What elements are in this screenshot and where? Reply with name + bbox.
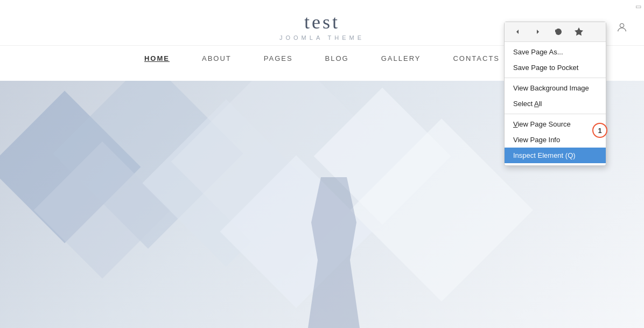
menu-save-page-pocket[interactable]: Save Page to Pocket: [505, 60, 606, 75]
context-menu-toolbar: [505, 22, 606, 42]
menu-view-page-source[interactable]: View Page Source: [505, 116, 606, 132]
annotation-number: 1: [592, 123, 607, 138]
menu-save-page-as[interactable]: Save Page As...: [505, 44, 606, 60]
nav-about[interactable]: ABOUT: [202, 54, 232, 62]
menu-divider-1: [505, 78, 606, 78]
menu-view-page-info[interactable]: View Page Info: [505, 132, 606, 148]
menu-view-bg-image[interactable]: View Background Image: [505, 80, 606, 96]
nav-pages[interactable]: PAGES: [264, 54, 293, 62]
menu-divider-2: [505, 114, 606, 114]
bookmark-button[interactable]: [572, 26, 585, 37]
nav-blog[interactable]: BLOG: [325, 54, 349, 62]
svg-point-0: [620, 24, 624, 27]
user-icon[interactable]: [616, 22, 628, 37]
context-menu: Save Page As... Save Page to Pocket View…: [504, 22, 606, 166]
back-button[interactable]: [511, 26, 524, 37]
nav-contacts[interactable]: CONTACTS: [453, 54, 500, 62]
menu-inspect-element[interactable]: Inspect Element (Q): [505, 148, 606, 163]
reload-button[interactable]: [552, 26, 565, 37]
nav-gallery[interactable]: GALLERY: [381, 54, 421, 62]
forward-button[interactable]: [531, 26, 544, 37]
svg-marker-1: [575, 28, 582, 35]
corner-icon: ▭: [635, 3, 641, 10]
context-menu-items: Save Page As... Save Page to Pocket View…: [505, 42, 606, 165]
nav-home[interactable]: HOME: [144, 54, 170, 62]
menu-select-all[interactable]: Select All: [505, 96, 606, 111]
